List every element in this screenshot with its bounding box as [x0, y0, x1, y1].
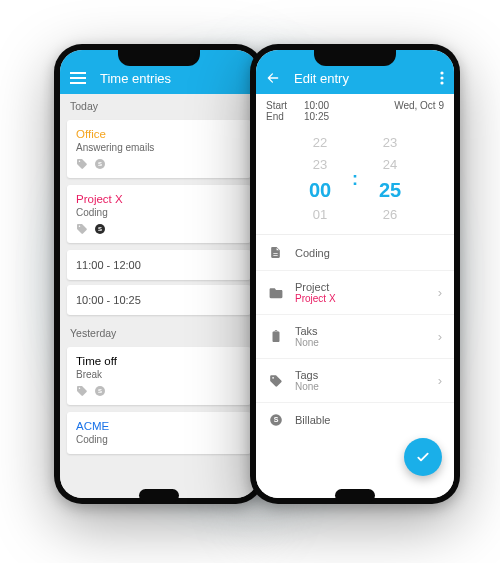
- billable-icon: S: [268, 413, 283, 427]
- task-value: None: [295, 337, 426, 348]
- picker-value: 26: [368, 204, 412, 226]
- row-billable[interactable]: S Billable: [256, 403, 454, 437]
- chevron-right-icon: ›: [438, 373, 442, 388]
- section-today: Today: [60, 94, 258, 116]
- project-label: Project: [295, 281, 426, 293]
- picker-colon: :: [352, 169, 358, 190]
- time-picker[interactable]: 22 23 00 01 : 23 24 25 26: [256, 126, 454, 235]
- phone-home-button: [335, 489, 375, 502]
- entry-timeoff[interactable]: Time off Break S: [67, 347, 251, 405]
- svg-point-8: [440, 81, 443, 84]
- phone-notch: [118, 50, 200, 66]
- chevron-right-icon: ›: [438, 285, 442, 300]
- billable-icon: S: [94, 158, 106, 170]
- tags-label: Tags: [295, 369, 426, 381]
- section-yesterday: Yesterday: [60, 321, 258, 343]
- project-value: Project X: [295, 293, 426, 304]
- chevron-right-icon: ›: [438, 329, 442, 344]
- phone-time-entries: Time entries Today Office Answering emai…: [54, 44, 264, 504]
- screen-time-entries: Time entries Today Office Answering emai…: [60, 50, 258, 498]
- task-label: Taks: [295, 325, 426, 337]
- billable-icon: S: [94, 223, 106, 235]
- billable-icon: S: [94, 385, 106, 397]
- picker-value: 24: [368, 154, 412, 176]
- start-label: Start: [266, 100, 294, 111]
- end-time[interactable]: 10:25: [304, 111, 329, 122]
- entry-title: Time off: [76, 355, 242, 367]
- phone-edit-entry: Edit entry Start 10:00 Wed, Oct 9 End 10…: [250, 44, 460, 504]
- page-title: Time entries: [100, 71, 171, 86]
- tag-icon: [76, 158, 88, 170]
- description-icon: [268, 245, 283, 260]
- picker-value: 23: [368, 132, 412, 154]
- phone-notch: [314, 50, 396, 66]
- entry-title: Office: [76, 128, 242, 140]
- screen-edit-entry: Edit entry Start 10:00 Wed, Oct 9 End 10…: [256, 50, 454, 498]
- entry-subtitle: Break: [76, 369, 242, 380]
- tags-value: None: [295, 381, 426, 392]
- page-title: Edit entry: [294, 71, 349, 86]
- minute-wheel[interactable]: 23 24 25 26: [368, 132, 412, 226]
- picker-value: 23: [298, 154, 342, 176]
- svg-text:S: S: [98, 226, 102, 232]
- edit-form: Start 10:00 Wed, Oct 9 End 10:25 22 23 0…: [256, 94, 454, 498]
- clipboard-icon: [268, 329, 283, 344]
- description-value: Coding: [295, 247, 442, 259]
- entry-office[interactable]: Office Answering emails S: [67, 120, 251, 178]
- back-arrow-icon[interactable]: [266, 71, 280, 85]
- picker-value: 01: [298, 204, 342, 226]
- entry-slot-2[interactable]: 10:00 - 10:25: [67, 285, 251, 315]
- more-vert-icon[interactable]: [440, 71, 444, 85]
- entry-subtitle: Coding: [76, 207, 242, 218]
- entry-slot-1[interactable]: 11:00 - 12:00: [67, 250, 251, 280]
- start-time[interactable]: 10:00: [304, 100, 329, 111]
- tag-icon: [268, 374, 283, 388]
- svg-text:S: S: [98, 388, 102, 394]
- tag-icon: [76, 223, 88, 235]
- row-project[interactable]: Project Project X ›: [256, 271, 454, 315]
- svg-text:S: S: [273, 416, 278, 423]
- end-label: End: [266, 111, 294, 122]
- picker-value: 22: [298, 132, 342, 154]
- phone-home-button: [139, 489, 179, 502]
- row-task[interactable]: Taks None ›: [256, 315, 454, 359]
- entry-acme[interactable]: ACME Coding: [67, 412, 251, 454]
- svg-point-6: [440, 71, 443, 74]
- entry-projectx[interactable]: Project X Coding S: [67, 185, 251, 243]
- entry-subtitle: Coding: [76, 434, 242, 445]
- picker-selected-hour: 00: [298, 176, 342, 204]
- billable-label: Billable: [295, 414, 442, 426]
- confirm-fab[interactable]: [404, 438, 442, 476]
- row-tags[interactable]: Tags None ›: [256, 359, 454, 403]
- folder-icon: [268, 287, 283, 299]
- entry-title: Project X: [76, 193, 242, 205]
- svg-text:S: S: [98, 161, 102, 167]
- date-label[interactable]: Wed, Oct 9: [394, 100, 444, 111]
- hamburger-icon[interactable]: [70, 72, 86, 84]
- hour-wheel[interactable]: 22 23 00 01: [298, 132, 342, 226]
- tag-icon: [76, 385, 88, 397]
- entry-title: ACME: [76, 420, 242, 432]
- entry-subtitle: Answering emails: [76, 142, 242, 153]
- entries-scroll[interactable]: Today Office Answering emails S Projec: [60, 94, 258, 498]
- row-description[interactable]: Coding: [256, 235, 454, 271]
- start-end-block: Start 10:00 Wed, Oct 9 End 10:25: [256, 94, 454, 126]
- picker-selected-minute: 25: [368, 176, 412, 204]
- svg-point-7: [440, 76, 443, 79]
